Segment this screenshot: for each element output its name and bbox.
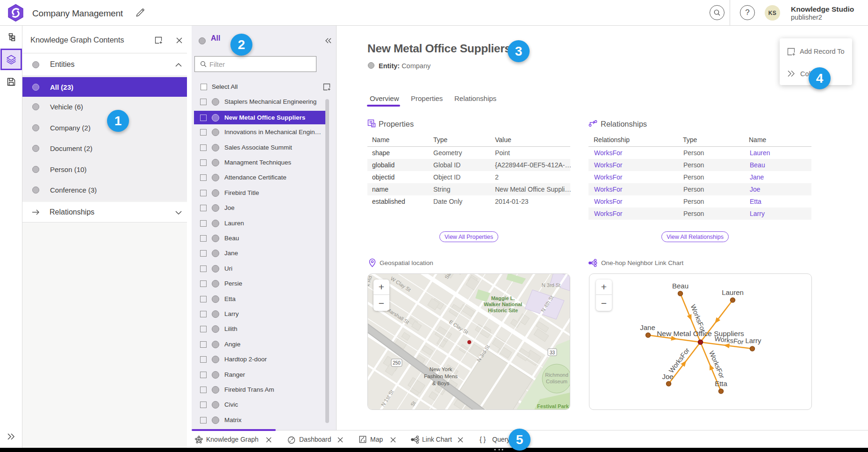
svg-text:Etta: Etta: [715, 380, 727, 387]
svg-text:WorksFor: WorksFor: [689, 303, 707, 333]
svg-text:Coliseum: Coliseum: [546, 379, 567, 384]
svg-text:New Metal Office Suppliers: New Metal Office Suppliers: [657, 330, 744, 337]
svg-text:Maggie L.: Maggie L.: [491, 295, 515, 301]
svg-text:Walker National: Walker National: [484, 301, 522, 307]
svg-text:Beau: Beau: [672, 282, 688, 290]
svg-text:250: 250: [393, 360, 401, 366]
svg-text:N 3rd St: N 3rd St: [542, 282, 560, 288]
svg-text:Jane: Jane: [640, 323, 655, 331]
svg-text:Historic Site: Historic Site: [488, 308, 518, 313]
svg-text:33: 33: [550, 350, 555, 355]
svg-text:Fashion Mens: Fashion Mens: [424, 373, 458, 379]
svg-text:Joe: Joe: [662, 373, 673, 380]
svg-text:Larry: Larry: [745, 337, 761, 344]
svg-text:Richmond: Richmond: [545, 372, 568, 378]
svg-text:Lauren: Lauren: [722, 288, 744, 296]
svg-text:& Boys: & Boys: [432, 380, 450, 386]
svg-text:New York: New York: [430, 366, 452, 372]
svg-text:Festival Park: Festival Park: [537, 403, 569, 409]
